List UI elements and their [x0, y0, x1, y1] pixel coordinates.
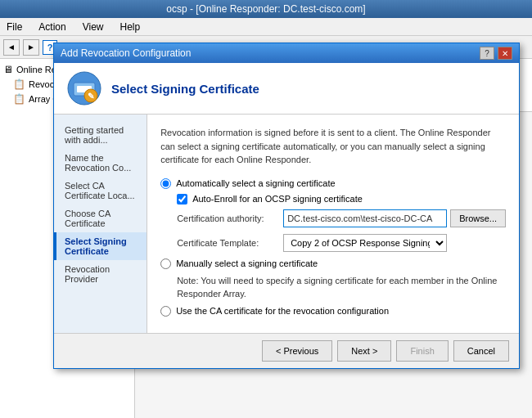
dialog-header-title: Select Signing Certificate	[111, 82, 259, 96]
menu-file[interactable]: File	[3, 20, 25, 34]
cancel-button[interactable]: Cancel	[453, 340, 509, 362]
auto-select-radio-row: Automatically select a signing certifica…	[160, 178, 506, 189]
wizard-step-name[interactable]: Name the Revocation Co...	[54, 149, 147, 177]
title-text: ocsp - [Online Responder: DC.test-cisco.…	[166, 3, 365, 15]
dialog-description: Revocation information is signed before …	[160, 126, 506, 167]
revocation-icon: 📋	[13, 79, 25, 90]
browse-button[interactable]: Browse...	[450, 209, 506, 227]
manual-select-note: Note: You will need to specify a signing…	[177, 274, 506, 301]
manual-select-radio-row: Manually select a signing certificate	[160, 258, 506, 269]
auto-enroll-label: Auto-Enroll for an OCSP signing certific…	[192, 194, 363, 204]
auto-select-label: Automatically select a signing certifica…	[176, 178, 335, 188]
dialog-title-buttons: ? ✕	[480, 47, 512, 60]
use-ca-cert-label: Use the CA certificate for the revocatio…	[176, 306, 389, 316]
svg-text:✎: ✎	[88, 92, 94, 101]
wizard-step-getting-started[interactable]: Getting started with addi...	[54, 121, 147, 149]
wizard-sidebar: Getting started with addi... Name the Re…	[54, 115, 147, 333]
wizard-step-choose-ca[interactable]: Choose CA Certificate	[54, 205, 147, 232]
cert-template-row: Certificate Template: Copy 2 of OCSP Res…	[177, 234, 506, 252]
dialog-main: Revocation information is signed before …	[147, 115, 519, 333]
dialog-close-button[interactable]: ✕	[498, 47, 512, 60]
forward-button[interactable]: ►	[23, 39, 39, 56]
array-icon: 📋	[13, 93, 25, 105]
cert-authority-input[interactable]	[283, 209, 447, 227]
auto-enroll-checkbox[interactable]	[177, 194, 187, 205]
prev-button[interactable]: < Previous	[262, 340, 332, 362]
back-button[interactable]: ◄	[3, 39, 20, 56]
dialog-title-bar: Add Revocation Configuration ? ✕	[54, 43, 519, 63]
cert-template-label: Certificate Template:	[177, 238, 283, 248]
next-button[interactable]: Next >	[337, 340, 391, 362]
menu-view[interactable]: View	[79, 20, 107, 34]
dialog-footer: < Previous Next > Finish Cancel	[54, 333, 519, 368]
menu-help[interactable]: Help	[117, 20, 144, 34]
responder-icon: 🖥	[3, 64, 13, 75]
dialog-header-icon: ✎	[67, 71, 101, 106]
finish-button[interactable]: Finish	[396, 340, 448, 362]
dialog-header-area: ✎ Select Signing Certificate	[54, 63, 519, 115]
add-revocation-dialog: Add Revocation Configuration ? ✕ ✎ Selec…	[53, 43, 520, 369]
auto-select-radio[interactable]	[160, 178, 171, 189]
wizard-step-signing-cert[interactable]: Select Signing Certificate	[54, 232, 147, 260]
manual-select-radio[interactable]	[160, 258, 171, 269]
use-ca-cert-radio[interactable]	[160, 306, 171, 317]
cert-authority-row: Certification authority: Browse...	[177, 209, 506, 227]
dialog-help-button[interactable]: ?	[480, 47, 494, 60]
menu-action[interactable]: Action	[35, 20, 69, 34]
menu-bar: File Action View Help	[0, 18, 532, 36]
auto-enroll-checkbox-row: Auto-Enroll for an OCSP signing certific…	[177, 194, 506, 205]
manual-select-label: Manually select a signing certificate	[176, 258, 318, 268]
use-ca-cert-radio-row: Use the CA certificate for the revocatio…	[160, 306, 506, 317]
cert-template-select[interactable]: Copy 2 of OCSP Response Signing	[283, 234, 447, 252]
title-bar: ocsp - [Online Responder: DC.test-cisco.…	[0, 0, 532, 18]
wizard-step-ca-location[interactable]: Select CA Certificate Loca...	[54, 177, 147, 205]
cert-authority-label: Certification authority:	[177, 213, 283, 223]
dialog-content: Getting started with addi... Name the Re…	[54, 115, 519, 333]
dialog-title-text: Add Revocation Configuration	[61, 47, 191, 59]
wizard-step-revocation-provider[interactable]: Revocation Provider	[54, 260, 147, 288]
